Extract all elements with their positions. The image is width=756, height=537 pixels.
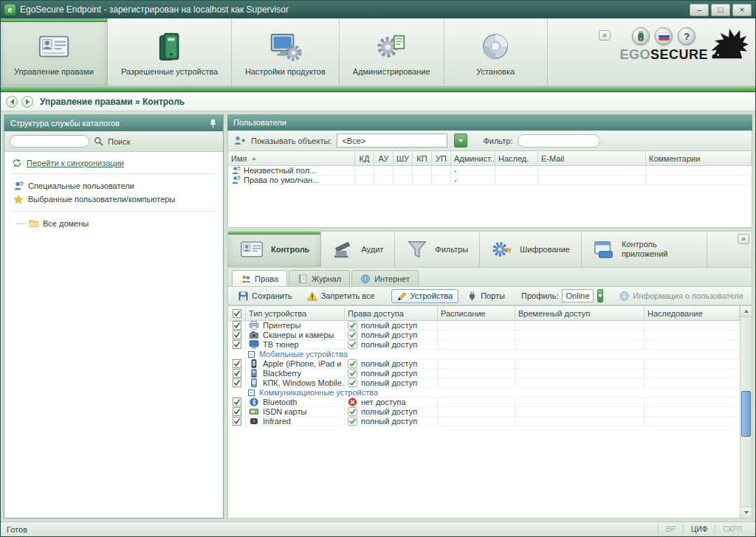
sidebar-item-selected-users[interactable]: Выбранные пользователи/компьютеры [12,193,216,206]
blackberry-icon [249,369,259,378]
device-group-mobile[interactable]: −Мобильные устройства [228,350,740,359]
minimize-button[interactable]: – [690,4,709,16]
column-header[interactable]: Наслед. [495,151,538,165]
device-checkbox[interactable] [233,321,241,330]
language-flag-button[interactable] [655,27,673,45]
tab-filters[interactable]: Фильтры [395,232,480,267]
sidebar-items: ?Специальные пользователиВыбранные польз… [12,179,216,206]
profile-dropdown-button[interactable] [597,289,603,302]
st_journal-icon [298,274,308,283]
scrollbar-thumb[interactable] [741,391,751,437]
column-header-access[interactable]: Права доступа [345,306,438,320]
device-row-apple[interactable]: Apple (iPhone, iPad и ...полный доступ [228,359,740,369]
help-button[interactable]: ? [678,27,695,45]
device-checkbox[interactable] [233,378,241,387]
back-button[interactable] [6,96,18,108]
pin-icon[interactable] [209,119,217,128]
column-header[interactable]: ШУ [394,151,413,165]
filter-input[interactable] [518,134,600,148]
column-header[interactable]: Комментарии [646,151,752,165]
status-bar: Готов ВР ЦИФ СКРЛ [1,522,755,536]
device-checkbox[interactable] [233,417,241,426]
forward-button[interactable] [21,96,33,108]
device-row-scanner[interactable]: Сканеры и камерыполный доступ [228,330,740,340]
select-all-checkbox[interactable] [228,306,246,320]
subtab-internet[interactable]: Интернет [351,270,419,286]
indicator-numlock: ЦИФ [683,524,715,534]
column-header-inheritance[interactable]: Наследование [645,306,740,320]
tab-encryption[interactable]: Шифрование [480,232,582,267]
devices-icon [153,30,187,63]
user-row[interactable]: ?Неизвестный пол...- [228,166,752,176]
column-header[interactable]: КД [355,151,374,165]
deny-all-button[interactable]: Запретить все [301,289,381,303]
sidebar-item-special-users[interactable]: ?Специальные пользователи [12,179,216,193]
subtab-journal[interactable]: Журнал [289,270,350,286]
subtab-rights[interactable]: Права [232,270,287,286]
ribbon-item-admin[interactable]: Администрирование [340,18,444,86]
collapse-icon[interactable]: − [248,389,255,396]
column-header[interactable]: Админист... [451,151,495,165]
tabs-more-button[interactable]: » [738,234,749,244]
star-icon [13,195,24,204]
sync-link[interactable]: Перейти к синхронизации [27,159,124,167]
device-row-tv[interactable]: ТВ тюнерполный доступ [228,340,740,350]
user-row[interactable]: ?Права по умолчан...- [228,176,752,185]
tab-control[interactable]: Контроль [228,232,321,267]
device-row-isdn[interactable]: ISDN картыполный доступ [228,407,740,417]
tree-item-all-domains[interactable]: Все домены [12,217,216,230]
column-header-name[interactable]: Имя [228,151,355,165]
device-group-comm[interactable]: −Коммуникационные устройства [228,388,740,398]
forward-arrow-icon [26,99,30,105]
filter-label: Фильтр: [483,136,512,145]
column-header[interactable]: E-Mail [538,151,646,165]
show-objects-dropdown-button[interactable] [454,134,467,148]
ribbon-item-install[interactable]: Установка [444,18,548,86]
arrow-down-icon [744,511,749,514]
column-header-temp-access[interactable]: Временный доступ [515,306,645,320]
device-checkbox[interactable] [233,340,241,349]
usb-device-button[interactable] [632,27,650,45]
column-header[interactable]: КП [413,151,432,165]
indicator-scrolllock: СКРЛ [715,524,749,534]
column-header[interactable]: УП [432,151,451,165]
ribbon-item-products[interactable]: Настройки продуктов [232,18,340,86]
devices-view-button[interactable]: Устройства [391,289,459,303]
ribbon-item-rights[interactable]: Управление правами [1,18,108,86]
column-header-device-type[interactable]: Тип устройства [246,306,345,320]
device-checkbox[interactable] [233,369,241,378]
column-header-schedule[interactable]: Расписание [438,306,515,320]
maximize-button[interactable]: □ [711,4,730,16]
show-objects-select[interactable]: <Все> [337,134,447,148]
close-button[interactable]: × [732,4,752,16]
device-checkbox[interactable] [233,407,241,416]
scroll-up-button[interactable] [740,306,752,317]
save-button[interactable]: Сохранить [233,289,298,303]
vertical-scrollbar[interactable] [740,306,752,518]
tab-app-control[interactable]: Контроль приложений [582,232,707,267]
title-bar: e EgoSecure Endpoint - зарегистрирован н… [1,1,755,18]
column-header[interactable]: АУ [374,151,394,165]
ribbon-item-devices[interactable]: Разрешенные устройства [108,18,232,86]
device-row-pda[interactable]: КПК, Windows Mobile...полный доступ [228,378,740,388]
device-row-blackberry[interactable]: Blackberryполный доступ [228,369,740,378]
status-text: Готов [7,525,27,534]
search-icon [94,136,103,146]
device-checkbox[interactable] [233,398,241,406]
ports-view-button[interactable]: Порты [461,289,511,303]
profile-select[interactable]: Online [562,289,594,302]
search-input[interactable] [10,135,89,148]
collapse-icon[interactable]: − [248,351,255,358]
device-row-bluetooth[interactable]: Bluetoothнет доступа [228,398,740,407]
main-ribbon: Управление правамиРазрешенные устройства… [1,18,755,86]
user-info-button[interactable]: Информация о пользователе [614,289,749,303]
device-row-infrared[interactable]: Infraredполный доступ [228,417,740,426]
device-row-printer[interactable]: Принтерыполный доступ [228,321,740,330]
tab-audit[interactable]: Аудит [321,232,395,267]
access-granted-icon [348,340,357,349]
devices-table-header: Тип устройства Права доступа Расписание … [228,306,740,321]
ribbon-more-button[interactable]: » [599,30,611,41]
scroll-down-button[interactable] [740,507,752,518]
device-checkbox[interactable] [233,330,241,339]
device-checkbox[interactable] [233,359,241,368]
